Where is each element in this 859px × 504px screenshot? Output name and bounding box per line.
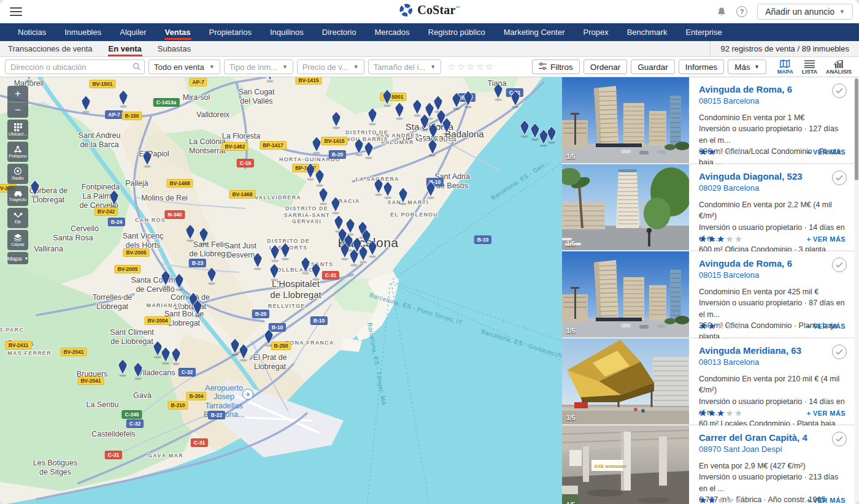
property-map-marker[interactable] <box>366 107 379 126</box>
property-map-marker[interactable] <box>492 83 504 101</box>
listing-photo[interactable]: 1/5 <box>562 251 689 337</box>
listing-photo[interactable]: AXE INVERSIONES 1/5 <box>562 426 689 504</box>
nav-item-noticias[interactable]: Noticias <box>9 23 55 41</box>
nav-item-enterprise[interactable]: Enterprise <box>676 23 731 41</box>
property-map-marker[interactable] <box>426 139 439 157</box>
zoom-out-button[interactable]: − <box>7 102 28 118</box>
map-tool-eje[interactable]: Eje <box>7 208 28 228</box>
nav-item-marketing-center[interactable]: Marketing Center <box>495 23 574 41</box>
ver-mas-link[interactable]: + VER MÁS <box>807 235 846 243</box>
nav-item-benchmark[interactable]: Benchmark <box>618 23 677 41</box>
listing-card[interactable]: 1/5Avinguda Meridiana, 6308013 Barcelona… <box>562 338 854 424</box>
add-listing-button[interactable]: Añadir un anuncio▼ <box>757 4 853 20</box>
property-map-marker[interactable] <box>191 299 204 318</box>
property-map-marker[interactable] <box>314 169 326 187</box>
property-map-marker[interactable] <box>330 111 342 129</box>
property-map-marker[interactable] <box>317 187 329 205</box>
filter-dropdown-todo-en-venta[interactable]: Todo en venta▼ <box>148 59 220 74</box>
nav-item-propietarios[interactable]: Propietarios <box>200 23 261 41</box>
property-map-marker[interactable] <box>545 126 558 144</box>
favorite-heart-icon[interactable] <box>669 82 684 96</box>
property-map-marker[interactable] <box>393 102 406 120</box>
listing-card[interactable]: 1/5Avinguda de Roma, 608015 BarcelonaCon… <box>562 77 854 163</box>
listing-card[interactable]: AXE INVERSIONES 1/5Carrer del Gran Capit… <box>562 426 854 504</box>
select-check-icon[interactable] <box>832 170 847 185</box>
property-map-marker[interactable] <box>382 181 394 199</box>
property-map-marker[interactable] <box>108 189 120 208</box>
view-toggle-análisis[interactable]: ANÁLISIS <box>826 59 852 75</box>
property-map-marker[interactable] <box>462 90 474 109</box>
property-map-marker[interactable] <box>252 252 264 270</box>
map-tool-polgono[interactable]: Polígono <box>7 142 28 162</box>
listing-title-link[interactable]: Carrer del Gran Capità, 4 <box>699 432 846 443</box>
ver-mas-link[interactable]: + VER MÁS <box>807 497 846 504</box>
view-toggle-lista[interactable]: LISTA <box>802 59 817 75</box>
select-check-icon[interactable] <box>832 258 847 272</box>
nav-item-ventas[interactable]: Ventas <box>156 23 200 41</box>
ver-mas-link[interactable]: + VER MÁS <box>807 323 846 330</box>
property-map-marker[interactable] <box>206 267 218 285</box>
property-map-marker[interactable] <box>310 136 323 155</box>
property-map-marker[interactable] <box>132 362 144 380</box>
listing-card[interactable]: 1/6Avinguda Diagonal, 52308029 Barcelona… <box>562 164 854 250</box>
hamburger-menu-icon[interactable] <box>10 7 22 16</box>
panel-scrollbar[interactable] <box>854 77 859 504</box>
nav-item-alquiler[interactable]: Alquiler <box>110 23 155 41</box>
listing-photo[interactable]: 1/6 <box>562 164 689 250</box>
nav-item-inquilinos[interactable]: Inquilinos <box>261 23 313 41</box>
view-toggle-mapa[interactable]: MAPA <box>777 59 793 75</box>
listing-card[interactable]: 1/5Avinguda de Roma, 608015 BarcelonaCon… <box>562 251 854 337</box>
property-map-marker[interactable] <box>363 141 375 159</box>
zoom-in-button[interactable]: + <box>7 86 28 102</box>
listing-title-link[interactable]: Avinguda de Roma, 6 <box>699 84 846 95</box>
listing-address-link[interactable]: 08029 Barcelona <box>699 183 846 193</box>
map-canvas[interactable]: MartorellTianaSan Cugatdel VallésMira-so… <box>0 77 562 504</box>
toolbar-informes-button[interactable]: Informes <box>679 59 725 74</box>
property-map-marker[interactable] <box>141 150 153 168</box>
nav-item-propex[interactable]: Propex <box>574 23 617 41</box>
subtab-transacciones-de-venta[interactable]: Transacciones de venta <box>0 41 101 56</box>
toolbar-ordenar-button[interactable]: Ordenar <box>584 59 628 74</box>
favorite-heart-icon[interactable] <box>669 430 684 444</box>
scrollbar-thumb[interactable] <box>855 78 858 180</box>
property-map-marker[interactable] <box>357 245 369 264</box>
property-map-marker[interactable] <box>184 224 196 242</box>
notifications-bell-icon[interactable] <box>717 7 726 17</box>
map-tool-radio[interactable]: Radio <box>7 164 28 184</box>
subtab-en-venta[interactable]: En venta <box>101 41 150 56</box>
property-map-marker[interactable] <box>80 95 92 113</box>
nav-item-mercados[interactable]: Mercados <box>365 23 418 41</box>
property-map-marker[interactable] <box>170 347 182 365</box>
nav-item-inmuebles[interactable]: Inmuebles <box>55 23 110 41</box>
help-icon[interactable]: ? <box>736 6 747 17</box>
property-map-marker[interactable] <box>425 181 437 199</box>
property-map-marker[interactable] <box>264 77 276 83</box>
property-map-marker[interactable] <box>198 227 210 245</box>
toolbar-guardar-button[interactable]: Guardar <box>631 59 675 74</box>
select-check-icon[interactable] <box>832 432 847 446</box>
property-map-marker[interactable] <box>450 92 463 110</box>
ver-mas-link[interactable]: + VER MÁS <box>807 148 846 156</box>
listing-title-link[interactable]: Avinguda Diagonal, 523 <box>699 171 846 182</box>
toolbar-m-s-button[interactable]: Más▼ <box>728 59 766 74</box>
favorite-heart-icon[interactable] <box>669 343 684 357</box>
toolbar-filtros-button[interactable]: Filtros <box>532 59 580 74</box>
property-map-marker[interactable] <box>23 77 35 82</box>
listing-address-link[interactable]: 08013 Barcelona <box>699 357 846 367</box>
select-check-icon[interactable] <box>832 83 847 98</box>
property-map-marker[interactable] <box>381 89 393 107</box>
property-map-marker[interactable] <box>229 338 241 356</box>
favorite-heart-icon[interactable] <box>669 256 684 270</box>
property-map-marker[interactable] <box>29 180 41 198</box>
filter-dropdown-tipo-de-inm-[interactable]: Tipo de inm...▼ <box>224 59 293 74</box>
rating-filter-stars[interactable]: ☆☆☆☆☆ <box>447 61 495 72</box>
map-tool-trayecto[interactable]: Trayecto <box>7 186 28 206</box>
select-check-icon[interactable] <box>832 345 847 359</box>
nav-item-registro-p-blico[interactable]: Registro público <box>419 23 495 41</box>
property-map-marker[interactable] <box>173 273 185 291</box>
property-map-marker[interactable] <box>441 117 453 136</box>
map-style-button[interactable]: Mapa▼ <box>7 252 28 264</box>
property-map-marker[interactable] <box>279 242 291 261</box>
listing-title-link[interactable]: Avinguda Meridiana, 63 <box>699 345 846 356</box>
filter-dropdown-tama-o-del-i-[interactable]: Tamaño del i...▼ <box>368 59 441 74</box>
